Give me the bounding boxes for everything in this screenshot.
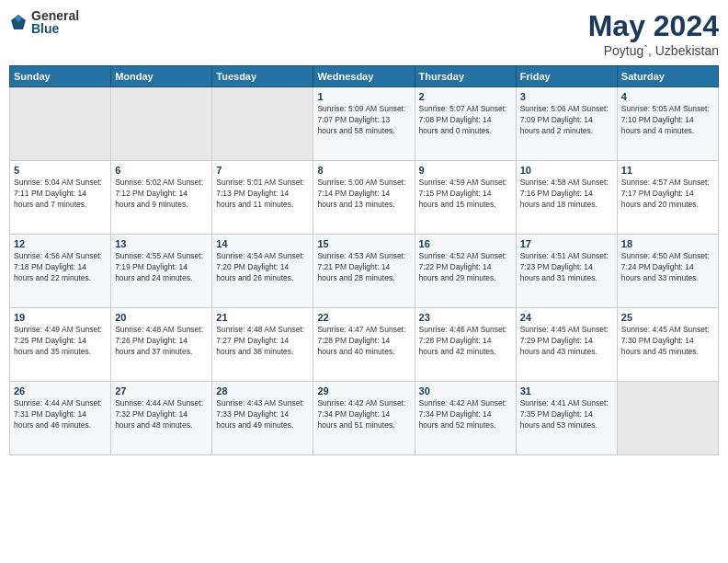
header: General Blue May 2024 Poytug`, Uzbekista… bbox=[9, 9, 719, 58]
day-cell: 24Sunrise: 4:45 AM Sunset: 7:29 PM Dayli… bbox=[516, 308, 617, 382]
day-cell: 12Sunrise: 4:56 AM Sunset: 7:18 PM Dayli… bbox=[10, 235, 111, 308]
day-info: Sunrise: 4:49 AM Sunset: 7:25 PM Dayligh… bbox=[14, 325, 107, 358]
day-cell: 16Sunrise: 4:52 AM Sunset: 7:22 PM Dayli… bbox=[415, 235, 516, 308]
week-row-3: 12Sunrise: 4:56 AM Sunset: 7:18 PM Dayli… bbox=[10, 235, 719, 308]
header-friday: Friday bbox=[516, 66, 617, 87]
day-info: Sunrise: 4:53 AM Sunset: 7:21 PM Dayligh… bbox=[317, 251, 410, 284]
header-wednesday: Wednesday bbox=[313, 66, 415, 87]
title-block: May 2024 Poytug`, Uzbekistan bbox=[588, 9, 719, 58]
logo-text: General Blue bbox=[31, 9, 79, 35]
page: General Blue May 2024 Poytug`, Uzbekista… bbox=[0, 0, 728, 563]
day-number: 11 bbox=[621, 165, 714, 176]
day-number: 7 bbox=[216, 165, 309, 176]
day-info: Sunrise: 4:50 AM Sunset: 7:24 PM Dayligh… bbox=[621, 251, 714, 284]
day-number: 26 bbox=[14, 385, 107, 396]
header-saturday: Saturday bbox=[617, 66, 718, 87]
day-number: 29 bbox=[317, 385, 410, 396]
logo-blue: Blue bbox=[31, 22, 79, 35]
day-info: Sunrise: 4:41 AM Sunset: 7:35 PM Dayligh… bbox=[520, 398, 613, 431]
day-number: 6 bbox=[115, 165, 208, 176]
day-info: Sunrise: 4:44 AM Sunset: 7:32 PM Dayligh… bbox=[115, 398, 208, 431]
day-number: 14 bbox=[216, 238, 309, 249]
day-number: 8 bbox=[317, 165, 410, 176]
day-cell: 4Sunrise: 5:05 AM Sunset: 7:10 PM Daylig… bbox=[617, 87, 718, 161]
day-number: 20 bbox=[115, 312, 208, 323]
day-cell: 17Sunrise: 4:51 AM Sunset: 7:23 PM Dayli… bbox=[516, 235, 617, 308]
day-info: Sunrise: 4:48 AM Sunset: 7:26 PM Dayligh… bbox=[115, 325, 208, 358]
day-cell: 30Sunrise: 4:42 AM Sunset: 7:34 PM Dayli… bbox=[415, 382, 516, 455]
calendar-table: Sunday Monday Tuesday Wednesday Thursday… bbox=[9, 65, 719, 455]
day-number: 2 bbox=[419, 91, 512, 102]
day-cell bbox=[111, 87, 212, 161]
day-info: Sunrise: 4:45 AM Sunset: 7:29 PM Dayligh… bbox=[520, 325, 613, 358]
day-cell: 13Sunrise: 4:55 AM Sunset: 7:19 PM Dayli… bbox=[111, 235, 212, 308]
day-number: 21 bbox=[216, 312, 309, 323]
day-info: Sunrise: 4:54 AM Sunset: 7:20 PM Dayligh… bbox=[216, 251, 309, 284]
day-number: 19 bbox=[14, 312, 107, 323]
day-cell bbox=[617, 382, 718, 455]
day-cell: 10Sunrise: 4:58 AM Sunset: 7:16 PM Dayli… bbox=[516, 161, 617, 235]
day-info: Sunrise: 5:04 AM Sunset: 7:11 PM Dayligh… bbox=[14, 178, 107, 211]
day-number: 31 bbox=[520, 385, 613, 396]
day-number: 12 bbox=[14, 238, 107, 249]
day-info: Sunrise: 5:06 AM Sunset: 7:09 PM Dayligh… bbox=[520, 104, 613, 137]
day-number: 30 bbox=[419, 385, 512, 396]
day-cell: 29Sunrise: 4:42 AM Sunset: 7:34 PM Dayli… bbox=[313, 382, 415, 455]
day-cell: 31Sunrise: 4:41 AM Sunset: 7:35 PM Dayli… bbox=[516, 382, 617, 455]
week-row-4: 19Sunrise: 4:49 AM Sunset: 7:25 PM Dayli… bbox=[10, 308, 719, 382]
logo-icon bbox=[9, 13, 28, 31]
day-number: 5 bbox=[14, 165, 107, 176]
day-cell: 20Sunrise: 4:48 AM Sunset: 7:26 PM Dayli… bbox=[111, 308, 212, 382]
day-cell: 14Sunrise: 4:54 AM Sunset: 7:20 PM Dayli… bbox=[212, 235, 313, 308]
day-number: 10 bbox=[520, 165, 613, 176]
day-number: 13 bbox=[115, 238, 208, 249]
day-number: 17 bbox=[520, 238, 613, 249]
day-cell: 25Sunrise: 4:45 AM Sunset: 7:30 PM Dayli… bbox=[617, 308, 718, 382]
day-number: 18 bbox=[621, 238, 714, 249]
day-info: Sunrise: 4:45 AM Sunset: 7:30 PM Dayligh… bbox=[621, 325, 714, 358]
day-number: 3 bbox=[520, 91, 613, 102]
day-info: Sunrise: 5:05 AM Sunset: 7:10 PM Dayligh… bbox=[621, 104, 714, 137]
day-info: Sunrise: 4:42 AM Sunset: 7:34 PM Dayligh… bbox=[317, 398, 410, 431]
day-cell: 1Sunrise: 5:09 AM Sunset: 7:07 PM Daylig… bbox=[313, 87, 415, 161]
day-cell: 5Sunrise: 5:04 AM Sunset: 7:11 PM Daylig… bbox=[10, 161, 111, 235]
day-number: 1 bbox=[317, 91, 410, 102]
day-info: Sunrise: 4:44 AM Sunset: 7:31 PM Dayligh… bbox=[14, 398, 107, 431]
header-monday: Monday bbox=[111, 66, 212, 87]
day-cell: 2Sunrise: 5:07 AM Sunset: 7:08 PM Daylig… bbox=[415, 87, 516, 161]
day-cell bbox=[10, 87, 111, 161]
day-info: Sunrise: 5:00 AM Sunset: 7:14 PM Dayligh… bbox=[317, 178, 410, 211]
header-tuesday: Tuesday bbox=[212, 66, 313, 87]
day-number: 15 bbox=[317, 238, 410, 249]
day-info: Sunrise: 4:43 AM Sunset: 7:33 PM Dayligh… bbox=[216, 398, 309, 431]
week-row-2: 5Sunrise: 5:04 AM Sunset: 7:11 PM Daylig… bbox=[10, 161, 719, 235]
calendar-title: May 2024 bbox=[588, 9, 719, 43]
day-number: 4 bbox=[621, 91, 714, 102]
day-info: Sunrise: 4:51 AM Sunset: 7:23 PM Dayligh… bbox=[520, 251, 613, 284]
day-info: Sunrise: 4:52 AM Sunset: 7:22 PM Dayligh… bbox=[419, 251, 512, 284]
day-number: 25 bbox=[621, 312, 714, 323]
day-number: 9 bbox=[419, 165, 512, 176]
day-cell: 15Sunrise: 4:53 AM Sunset: 7:21 PM Dayli… bbox=[313, 235, 415, 308]
day-info: Sunrise: 4:42 AM Sunset: 7:34 PM Dayligh… bbox=[419, 398, 512, 431]
day-info: Sunrise: 4:46 AM Sunset: 7:28 PM Dayligh… bbox=[419, 325, 512, 358]
day-info: Sunrise: 4:48 AM Sunset: 7:27 PM Dayligh… bbox=[216, 325, 309, 358]
day-info: Sunrise: 4:55 AM Sunset: 7:19 PM Dayligh… bbox=[115, 251, 208, 284]
week-row-5: 26Sunrise: 4:44 AM Sunset: 7:31 PM Dayli… bbox=[10, 382, 719, 455]
day-info: Sunrise: 4:57 AM Sunset: 7:17 PM Dayligh… bbox=[621, 178, 714, 211]
day-cell: 3Sunrise: 5:06 AM Sunset: 7:09 PM Daylig… bbox=[516, 87, 617, 161]
day-cell: 28Sunrise: 4:43 AM Sunset: 7:33 PM Dayli… bbox=[212, 382, 313, 455]
day-number: 16 bbox=[419, 238, 512, 249]
day-cell: 11Sunrise: 4:57 AM Sunset: 7:17 PM Dayli… bbox=[617, 161, 718, 235]
day-cell: 21Sunrise: 4:48 AM Sunset: 7:27 PM Dayli… bbox=[212, 308, 313, 382]
logo: General Blue bbox=[9, 9, 79, 35]
calendar-body: 1Sunrise: 5:09 AM Sunset: 7:07 PM Daylig… bbox=[10, 87, 719, 455]
day-number: 23 bbox=[419, 312, 512, 323]
day-info: Sunrise: 5:02 AM Sunset: 7:12 PM Dayligh… bbox=[115, 178, 208, 211]
day-cell: 6Sunrise: 5:02 AM Sunset: 7:12 PM Daylig… bbox=[111, 161, 212, 235]
day-cell: 26Sunrise: 4:44 AM Sunset: 7:31 PM Dayli… bbox=[10, 382, 111, 455]
day-cell: 9Sunrise: 4:59 AM Sunset: 7:15 PM Daylig… bbox=[415, 161, 516, 235]
header-thursday: Thursday bbox=[415, 66, 516, 87]
day-number: 28 bbox=[216, 385, 309, 396]
day-cell: 23Sunrise: 4:46 AM Sunset: 7:28 PM Dayli… bbox=[415, 308, 516, 382]
